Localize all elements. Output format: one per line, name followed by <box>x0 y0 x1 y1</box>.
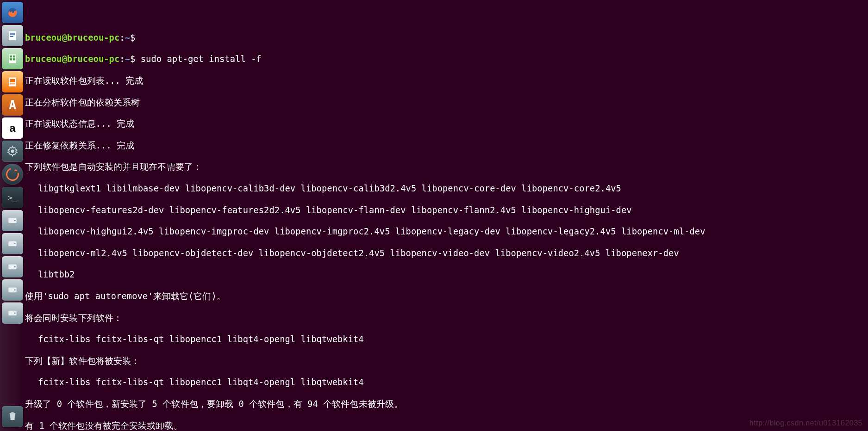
auto-pkg-line: libtbb2 <box>25 269 866 280</box>
launcher-disk5-icon[interactable] <box>2 302 23 324</box>
out-new-heading: 下列【新】软件包将被安装： <box>25 356 866 366</box>
svg-rect-8 <box>10 58 12 60</box>
svg-rect-1 <box>9 31 16 40</box>
launcher-disk3-icon[interactable] <box>2 256 23 277</box>
out-reading-lists: 正在读取软件包列表... 完成 <box>25 75 866 86</box>
out-state-done: 正在读取状态信息... 完成 <box>25 118 866 129</box>
svg-rect-4 <box>10 36 13 37</box>
svg-rect-7 <box>13 55 15 57</box>
install-pkg-line: fcitx-libs fcitx-libs-qt libopencc1 libq… <box>25 334 866 345</box>
out-autoremove: 使用'sudo apt autoremove'来卸载它(它们)。 <box>25 291 866 302</box>
out-dep-tree: 正在分析软件包的依赖关系树 <box>25 97 866 108</box>
svg-point-15 <box>14 220 16 222</box>
launcher-disk1-icon[interactable] <box>2 210 23 231</box>
prompt-line-2: bruceou@bruceou-pc:~$ sudo apt-get insta… <box>25 54 866 64</box>
prompt-path: ~ <box>125 33 130 43</box>
auto-pkg-line: libopencv-ml2.4v5 libopencv-objdetect-de… <box>25 248 866 259</box>
out-install-heading: 将会同时安装下列软件： <box>25 313 866 323</box>
out-auto-heading: 下列软件包是自动安装的并且现在不需要了： <box>25 161 866 172</box>
launcher-calc-icon[interactable] <box>2 48 23 69</box>
auto-pkg-line: libgtkglext1 libilmbase-dev libopencv-ca… <box>25 183 866 194</box>
launcher-trash-icon[interactable] <box>2 406 23 427</box>
svg-point-17 <box>14 243 16 245</box>
svg-rect-24 <box>10 413 15 414</box>
launcher-amazon-icon[interactable]: a <box>2 117 23 139</box>
software-glyph: A <box>9 98 16 112</box>
svg-point-19 <box>14 266 16 268</box>
out-partial: 有 1 个软件包没有被完全安装或卸载。 <box>25 420 866 431</box>
launcher-disk2-icon[interactable] <box>2 233 23 254</box>
launcher-firefox-icon[interactable] <box>2 2 23 23</box>
terminal-window[interactable]: bruceou@bruceou-pc:~$ bruceou@bruceou-pc… <box>25 0 868 431</box>
new-pkg-line: fcitx-libs fcitx-libs-qt libopencc1 libq… <box>25 377 866 388</box>
amazon-glyph: a <box>9 122 15 135</box>
auto-pkg-line: libopencv-highgui2.4v5 libopencv-imgproc… <box>25 226 866 237</box>
out-summary: 升级了 0 个软件包，新安装了 5 个软件包，要卸载 0 个软件包，有 94 个… <box>25 399 866 409</box>
unity-launcher: A a >_ <box>0 0 25 431</box>
launcher-writer-icon[interactable] <box>2 25 23 46</box>
out-fix-deps: 正在修复依赖关系... 完成 <box>25 140 866 151</box>
command-text: sudo apt-get install -f <box>141 54 262 64</box>
launcher-disk4-icon[interactable] <box>2 279 23 301</box>
svg-rect-25 <box>11 412 13 413</box>
svg-point-13 <box>11 150 14 153</box>
svg-rect-3 <box>10 34 15 35</box>
launcher-software-icon[interactable]: A <box>2 94 23 116</box>
svg-rect-9 <box>13 58 15 60</box>
watermark-text: http://blog.csdn.net/u013162035 <box>749 418 862 428</box>
launcher-impress-icon[interactable] <box>2 71 23 92</box>
launcher-updater-icon[interactable] <box>2 164 23 185</box>
terminal-glyph: >_ <box>8 193 17 202</box>
prompt-user: bruceou@bruceou-pc <box>25 33 119 43</box>
svg-rect-6 <box>10 55 12 57</box>
svg-rect-12 <box>10 84 15 85</box>
svg-rect-11 <box>10 79 15 82</box>
launcher-terminal-icon[interactable]: >_ <box>2 187 23 208</box>
prompt-line-1: bruceou@bruceou-pc:~$ <box>25 32 866 43</box>
svg-point-23 <box>14 313 16 314</box>
auto-pkg-line: libopencv-features2d-dev libopencv-featu… <box>25 205 866 216</box>
svg-rect-2 <box>10 33 15 34</box>
svg-point-21 <box>14 289 16 291</box>
launcher-settings-icon[interactable] <box>2 141 23 162</box>
